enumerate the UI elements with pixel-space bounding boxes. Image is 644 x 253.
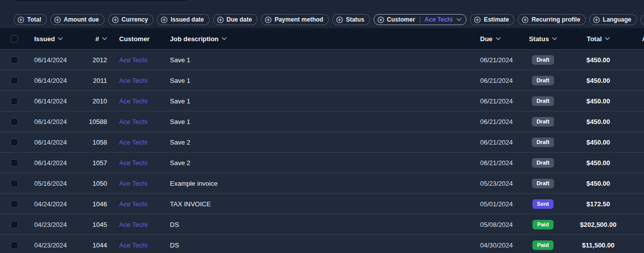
customer-link[interactable]: Ace Techi <box>119 200 147 208</box>
filter-pill-amount-due[interactable]: Amount due <box>50 14 105 25</box>
cell-number: 1058 <box>84 139 107 146</box>
customer-link[interactable]: Ace Techi <box>119 180 147 187</box>
column-label: Status <box>529 35 549 43</box>
x-circle-icon[interactable] <box>378 17 384 23</box>
filter-pill-customer[interactable]: Customer Ace Techi <box>374 14 467 25</box>
filter-pill-value[interactable]: Ace Techi <box>425 16 453 23</box>
column-header-due[interactable]: Due <box>473 35 520 43</box>
cell-status: Paid <box>520 220 566 229</box>
row-checkbox-cell <box>0 200 34 208</box>
invoice-row[interactable]: 05/16/20241050Ace TechiExample invoice05… <box>0 173 644 193</box>
filter-pill-label: Status <box>346 16 364 23</box>
status-badge: Draft <box>532 117 554 126</box>
cell-status: Draft <box>520 117 566 126</box>
cell-number: 2011 <box>84 77 107 84</box>
cell-job-description: Save 2 <box>170 139 473 146</box>
select-all-checkbox[interactable] <box>11 35 18 43</box>
row-checkbox-cell <box>0 241 34 249</box>
filter-bar: Total Amount due Currency Issued date <box>0 0 644 28</box>
status-badge: Draft <box>532 179 554 188</box>
column-header-number[interactable]: # <box>84 35 107 43</box>
invoice-row[interactable]: 06/14/202410588Ace TechiSave 106/21/2024… <box>0 111 644 132</box>
plus-circle-icon <box>54 17 61 23</box>
row-checkbox[interactable] <box>11 159 18 167</box>
header-select-cell <box>0 35 34 43</box>
chevron-down-icon[interactable] <box>456 18 462 21</box>
table-header: Issued#CustomerJob descriptionDueStatusT… <box>0 28 644 49</box>
status-badge: Draft <box>532 96 554 106</box>
invoice-row[interactable]: 06/14/20242011Ace TechiSave 106/21/2024D… <box>0 70 644 90</box>
invoice-row[interactable]: 06/14/20242012Ace TechiSave 106/21/2024D… <box>0 49 644 70</box>
plus-circle-icon <box>474 17 481 23</box>
cell-customer: Ace Techi <box>107 56 170 64</box>
filter-pill-issued-date[interactable]: Issued date <box>157 14 209 25</box>
invoice-row[interactable]: 04/24/20241046Ace TechiTAX INVOICE05/01/… <box>0 193 644 214</box>
invoice-row[interactable]: 06/14/20241058Ace TechiSave 206/21/2024D… <box>0 132 644 152</box>
cell-total: $202,500.00 <box>566 221 631 228</box>
cell-number: 1057 <box>84 159 107 167</box>
row-checkbox[interactable] <box>11 221 18 228</box>
customer-link[interactable]: Ace Techi <box>119 221 147 228</box>
invoice-row[interactable]: 04/23/20241044Ace TechiDS04/30/2024Paid$… <box>0 234 644 253</box>
column-label: # <box>96 35 99 43</box>
row-checkbox[interactable] <box>11 241 18 249</box>
row-checkbox[interactable] <box>11 77 18 84</box>
filter-pill-status[interactable]: Status <box>332 14 370 25</box>
row-checkbox[interactable] <box>11 139 18 146</box>
status-badge: Draft <box>532 55 554 65</box>
row-checkbox-cell <box>0 97 34 105</box>
row-checkbox[interactable] <box>11 97 18 105</box>
customer-link[interactable]: Ace Techi <box>119 139 147 146</box>
plus-circle-icon <box>522 17 528 23</box>
filter-pill-recurring-profile[interactable]: Recurring profile <box>518 14 586 25</box>
row-checkbox[interactable] <box>11 56 18 64</box>
cell-due: 06/21/2024 <box>473 118 520 125</box>
cell-issued: 04/23/2024 <box>34 241 84 249</box>
cell-job-description: DS <box>170 221 473 228</box>
column-header-job[interactable]: Job description <box>170 35 473 43</box>
filter-pill-estimate[interactable]: Estimate <box>470 14 514 25</box>
invoice-table-body: 06/14/20242012Ace TechiSave 106/21/2024D… <box>0 49 644 253</box>
cell-due: 06/21/2024 <box>473 97 520 105</box>
cell-number: 10588 <box>84 118 107 125</box>
row-checkbox-cell <box>0 77 34 84</box>
invoice-row[interactable]: 06/14/20241057Ace TechiSave 206/21/2024D… <box>0 152 644 173</box>
cell-issued: 04/24/2024 <box>34 200 84 208</box>
customer-link[interactable]: Ace Techi <box>119 97 147 105</box>
sort-chevron-icon <box>58 37 63 40</box>
filter-pill-label: Payment method <box>274 16 323 23</box>
cell-total: $172.50 <box>566 200 631 208</box>
cell-number: 1045 <box>84 221 107 228</box>
filter-pill-due-date[interactable]: Due date <box>213 14 258 25</box>
status-badge: Draft <box>532 138 554 147</box>
customer-link[interactable]: Ace Techi <box>119 56 147 64</box>
sort-chevron-icon <box>102 37 107 40</box>
filter-pill-label: Recurring profile <box>531 16 580 23</box>
column-header-status[interactable]: Status <box>520 35 566 43</box>
filter-pill-currency[interactable]: Currency <box>108 14 154 25</box>
invoice-row[interactable]: 04/23/20241045Ace TechiDS05/08/2024Paid$… <box>0 214 644 234</box>
row-checkbox[interactable] <box>11 200 18 208</box>
cell-due: 05/01/2024 <box>473 200 520 208</box>
column-header-issued[interactable]: Issued <box>34 35 84 43</box>
filter-pill-label: Customer <box>387 16 415 23</box>
customer-link[interactable]: Ace Techi <box>119 118 147 125</box>
cell-status: Draft <box>520 158 566 168</box>
status-badge: Paid <box>532 240 553 250</box>
invoice-row[interactable]: 06/14/20242010Ace TechiSave 106/21/2024D… <box>0 90 644 111</box>
customer-link[interactable]: Ace Techi <box>119 77 147 84</box>
column-header-total[interactable]: Total <box>566 35 631 43</box>
cell-total: $450.00 <box>566 159 631 167</box>
filter-pill-language[interactable]: Language <box>589 14 637 25</box>
filter-pill-payment-method[interactable]: Payment method <box>261 14 329 25</box>
cell-job-description: Save 2 <box>170 159 473 167</box>
customer-link[interactable]: Ace Techi <box>119 241 147 249</box>
customer-link[interactable]: Ace Techi <box>119 159 147 167</box>
cell-due: 06/21/2024 <box>473 77 520 84</box>
filter-pill-total[interactable]: Total <box>14 14 47 25</box>
plus-circle-icon <box>18 17 24 23</box>
cell-number: 2012 <box>84 56 107 64</box>
row-checkbox[interactable] <box>11 180 18 187</box>
filter-pill-late-fee[interactable]: Late fee <box>640 14 644 25</box>
row-checkbox[interactable] <box>11 118 18 125</box>
